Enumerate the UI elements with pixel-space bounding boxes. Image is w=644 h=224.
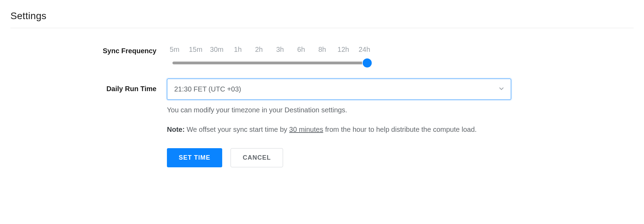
daily-run-time-select[interactable]: 21:30 FET (UTC +03) <box>167 79 511 100</box>
sync-frequency-control: 5m 15m 30m 1h 2h 3h 6h 8h 12h 24h <box>167 46 511 68</box>
daily-run-time-label: Daily Run Time <box>10 79 167 93</box>
slider-tick-24h[interactable]: 24h <box>357 46 371 54</box>
slider-tick-5m[interactable]: 5m <box>168 46 182 54</box>
note-label: Note: <box>167 126 185 133</box>
set-time-button[interactable]: SET TIME <box>167 148 222 167</box>
slider-ticks: 5m 15m 30m 1h 2h 3h 6h 8h 12h 24h <box>167 46 372 54</box>
note-suffix: from the hour to help distribute the com… <box>323 126 476 133</box>
slider-tick-2h[interactable]: 2h <box>252 46 266 54</box>
sync-frequency-row: Sync Frequency 5m 15m 30m 1h 2h 3h 6h 8h… <box>10 46 511 68</box>
slider-tick-1h[interactable]: 1h <box>231 46 245 54</box>
slider-thumb[interactable] <box>363 58 372 67</box>
slider-tick-30m[interactable]: 30m <box>210 46 224 54</box>
slider-tick-12h[interactable]: 12h <box>336 46 350 54</box>
offset-note: Note: We offset your sync start time by … <box>167 124 511 135</box>
page-title: Settings <box>10 10 634 22</box>
daily-run-time-select-wrapper: 21:30 FET (UTC +03) <box>167 79 511 100</box>
sync-frequency-slider[interactable]: 5m 15m 30m 1h 2h 3h 6h 8h 12h 24h <box>167 46 511 68</box>
slider-tick-15m[interactable]: 15m <box>189 46 203 54</box>
slider-track <box>172 62 367 64</box>
settings-form: Sync Frequency 5m 15m 30m 1h 2h 3h 6h 8h… <box>10 46 511 167</box>
timezone-helper-text: You can modify your timezone in your Des… <box>167 105 511 115</box>
slider-tick-3h[interactable]: 3h <box>273 46 287 54</box>
note-prefix: We offset your sync start time by <box>185 126 289 133</box>
daily-run-time-row: Daily Run Time 21:30 FET (UTC +03) You c… <box>10 79 511 167</box>
button-row: SET TIME CANCEL <box>167 148 511 167</box>
slider-track-container[interactable] <box>172 58 367 68</box>
divider <box>10 28 634 28</box>
slider-tick-6h[interactable]: 6h <box>294 46 308 54</box>
note-offset: 30 minutes <box>289 126 323 133</box>
cancel-button[interactable]: CANCEL <box>231 148 283 167</box>
sync-frequency-label: Sync Frequency <box>10 46 167 55</box>
slider-tick-8h[interactable]: 8h <box>315 46 329 54</box>
daily-run-time-control: 21:30 FET (UTC +03) You can modify your … <box>167 79 511 167</box>
